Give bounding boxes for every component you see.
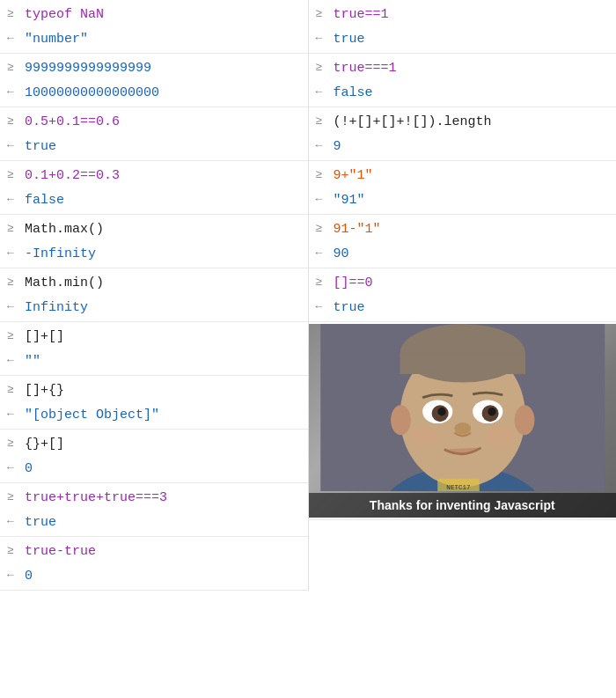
input-arrow: ≥ bbox=[316, 6, 328, 22]
output-arrow: ← bbox=[316, 84, 328, 100]
svg-point-14 bbox=[454, 422, 471, 434]
output-arrow: ← bbox=[7, 192, 19, 208]
input-arrow: ≥ bbox=[316, 275, 328, 290]
output-code: "number" bbox=[25, 30, 88, 48]
output-arrow: ← bbox=[7, 460, 19, 476]
output-arrow: ← bbox=[7, 31, 19, 47]
output-row: ←90 bbox=[309, 241, 617, 266]
svg-rect-5 bbox=[400, 353, 525, 374]
input-arrow: ≥ bbox=[316, 167, 328, 183]
input-code: (!+[]+[]+![]).length bbox=[334, 113, 492, 131]
output-row: ←"91" bbox=[309, 187, 617, 212]
code-entry: ≥typeof NaN←"number" bbox=[0, 0, 308, 54]
code-entry: ≥Math.min()←Infinity bbox=[0, 268, 308, 322]
output-code: "" bbox=[25, 352, 40, 371]
output-row: ←true bbox=[309, 26, 617, 51]
input-row: ≥[]+[] bbox=[0, 324, 308, 349]
output-code: true bbox=[334, 30, 365, 48]
output-arrow: ← bbox=[7, 353, 19, 369]
output-code: 0 bbox=[25, 567, 33, 585]
right-column: ≥true==1←true≥true===1←false≥(!+[]+[]+![… bbox=[309, 0, 617, 591]
output-row: ←true bbox=[0, 134, 308, 158]
svg-text:NETC17: NETC17 bbox=[446, 484, 470, 491]
meme-entry: NETC17 Thanks for inventing Javascript bbox=[309, 322, 617, 520]
output-arrow: ← bbox=[316, 31, 328, 47]
input-code: 91-"1" bbox=[334, 220, 381, 239]
code-entry: ≥true===1←false bbox=[309, 54, 617, 107]
input-row: ≥{}+[] bbox=[0, 431, 308, 456]
output-code: true bbox=[334, 298, 365, 317]
output-row: ←9 bbox=[309, 134, 617, 158]
input-code: 0.1+0.2==0.3 bbox=[25, 166, 120, 185]
input-arrow: ≥ bbox=[7, 221, 19, 237]
input-row: ≥Math.max() bbox=[0, 217, 308, 241]
output-code: false bbox=[334, 84, 373, 102]
code-entry: ≥9999999999999999←10000000000000000 bbox=[0, 54, 308, 107]
input-row: ≥true+true+true===3 bbox=[0, 485, 308, 510]
input-arrow: ≥ bbox=[7, 114, 19, 129]
code-entry: ≥0.1+0.2==0.3←false bbox=[0, 161, 308, 215]
input-code: true-true bbox=[25, 542, 96, 561]
input-arrow: ≥ bbox=[7, 167, 19, 183]
svg-point-15 bbox=[409, 427, 439, 447]
svg-point-6 bbox=[391, 405, 411, 435]
output-code: "[object Object]" bbox=[25, 406, 159, 424]
output-code: -Infinity bbox=[25, 245, 96, 263]
output-row: ←0 bbox=[0, 456, 308, 481]
main-container: ≥typeof NaN←"number"≥9999999999999999←10… bbox=[0, 0, 616, 591]
input-row: ≥typeof NaN bbox=[0, 2, 308, 26]
output-row: ←true bbox=[0, 510, 308, 534]
input-row: ≥true==1 bbox=[309, 2, 617, 26]
output-arrow: ← bbox=[316, 138, 328, 154]
code-entry: ≥true+true+true===3←true bbox=[0, 483, 308, 537]
output-row: ←"number" bbox=[0, 26, 308, 51]
code-entry: ≥{}+[]←0 bbox=[0, 430, 308, 483]
input-row: ≥Math.min() bbox=[0, 270, 308, 295]
output-code: Infinity bbox=[25, 298, 88, 317]
output-row: ←-Infinity bbox=[0, 241, 308, 266]
code-entry: ≥9+"1"←"91" bbox=[309, 161, 617, 215]
input-code: typeof NaN bbox=[25, 5, 104, 24]
output-code: 9 bbox=[334, 137, 341, 156]
input-code: true===1 bbox=[334, 59, 397, 77]
output-row: ←false bbox=[0, 187, 308, 212]
svg-point-7 bbox=[514, 405, 534, 435]
output-arrow: ← bbox=[316, 299, 328, 315]
input-row: ≥0.1+0.2==0.3 bbox=[0, 163, 308, 187]
code-entry: ≥Math.max()←-Infinity bbox=[0, 215, 308, 268]
output-arrow: ← bbox=[7, 407, 19, 422]
input-row: ≥(!+[]+[]+![]).length bbox=[309, 109, 617, 134]
input-code: true+true+true===3 bbox=[25, 489, 167, 507]
code-entry: ≥[]+[]←"" bbox=[0, 322, 308, 376]
input-row: ≥[]==0 bbox=[309, 270, 617, 295]
input-row: ≥0.5+0.1==0.6 bbox=[0, 109, 308, 134]
input-code: Math.max() bbox=[25, 220, 104, 239]
output-code: false bbox=[25, 191, 64, 209]
input-row: ≥[]+{} bbox=[0, 378, 308, 402]
svg-point-16 bbox=[485, 427, 515, 447]
output-arrow: ← bbox=[7, 514, 19, 530]
output-arrow: ← bbox=[7, 84, 19, 100]
code-entry: ≥true==1←true bbox=[309, 0, 617, 54]
input-arrow: ≥ bbox=[7, 275, 19, 290]
input-code: []==0 bbox=[334, 274, 373, 292]
output-row: ←Infinity bbox=[0, 295, 308, 320]
code-entry: ≥true-true←0 bbox=[0, 537, 308, 591]
output-row: ←"" bbox=[0, 349, 308, 373]
input-row: ≥91-"1" bbox=[309, 217, 617, 241]
input-arrow: ≥ bbox=[7, 436, 19, 452]
input-code: 9+"1" bbox=[334, 166, 373, 185]
output-code: 10000000000000000 bbox=[25, 84, 159, 102]
code-entry: ≥[]==0←true bbox=[309, 268, 617, 322]
output-arrow: ← bbox=[7, 138, 19, 154]
output-arrow: ← bbox=[316, 246, 328, 261]
input-code: []+[] bbox=[25, 327, 64, 346]
meme-caption: Thanks for inventing Javascript bbox=[309, 493, 617, 518]
meme-image: NETC17 Thanks for inventing Javascript bbox=[309, 324, 617, 518]
input-arrow: ≥ bbox=[316, 221, 328, 237]
svg-point-12 bbox=[437, 408, 446, 416]
output-arrow: ← bbox=[316, 192, 328, 208]
code-entry: ≥[]+{}←"[object Object]" bbox=[0, 376, 308, 430]
output-row: ←false bbox=[309, 80, 617, 105]
code-entry: ≥(!+[]+[]+![]).length←9 bbox=[309, 107, 617, 161]
